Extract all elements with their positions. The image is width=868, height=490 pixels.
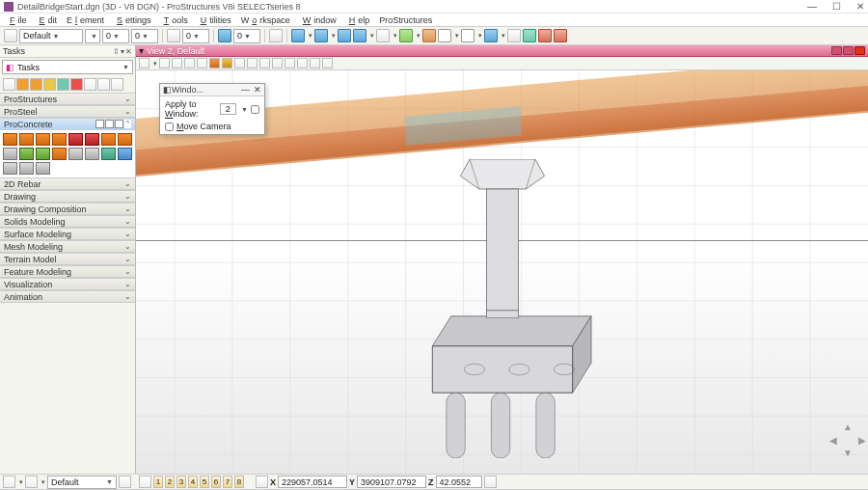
menu-settings[interactable]: Settings <box>111 15 154 25</box>
weight-combo[interactable]: 0▼ <box>182 29 209 43</box>
tool13-icon[interactable] <box>538 29 552 42</box>
section-drawing-composition[interactable]: Drawing Composition⌄ <box>0 203 135 215</box>
pc-tool[interactable] <box>52 148 67 160</box>
popup-min-icon[interactable]: — <box>241 85 250 95</box>
section-surface-modeling[interactable]: Surface Modeling⌄ <box>0 228 135 240</box>
view-max-icon[interactable] <box>843 46 854 55</box>
pc-tool[interactable] <box>118 148 132 160</box>
view-num-5[interactable]: 5 <box>200 476 209 488</box>
section-feature-modeling[interactable]: Feature Modeling⌄ <box>0 265 135 278</box>
bb-icon[interactable] <box>119 476 131 488</box>
pc-tool[interactable] <box>36 148 50 160</box>
vtool-icon[interactable] <box>159 58 170 68</box>
pc-tool[interactable] <box>3 162 17 175</box>
apply-window-combo[interactable]: 2 <box>220 103 236 115</box>
menu-window[interactable]: Window <box>297 15 339 25</box>
tool2-icon[interactable] <box>314 29 328 42</box>
view-num-6[interactable]: 6 <box>211 476 221 488</box>
tool3-icon[interactable] <box>338 29 351 42</box>
vtool-icon[interactable] <box>234 58 245 68</box>
view-nav-cube[interactable]: ▲ ▼ ◀ ▶ <box>833 425 862 464</box>
bb-icon[interactable] <box>484 476 497 488</box>
vtool-icon[interactable] <box>259 58 270 68</box>
task-ic[interactable] <box>43 78 56 91</box>
transparency-icon[interactable] <box>218 29 231 42</box>
menu-edit[interactable]: Edit <box>34 15 61 25</box>
task-ic[interactable] <box>16 78 29 91</box>
pc-tool[interactable] <box>85 148 99 160</box>
vtool-icon[interactable] <box>197 58 207 68</box>
view-num-3[interactable]: 3 <box>176 476 186 488</box>
linestyle-combo[interactable]: 0▼ <box>102 29 129 43</box>
tool-none-icon[interactable] <box>4 29 17 42</box>
pc-tool[interactable] <box>68 133 83 146</box>
section-visualization[interactable]: Visualization⌄ <box>0 278 135 290</box>
task-ic[interactable] <box>3 78 15 91</box>
maximize-button[interactable]: ☐ <box>832 1 841 12</box>
menu-prostructures[interactable]: ProStructures <box>376 15 435 25</box>
task-ic[interactable] <box>30 78 42 91</box>
pc-tool[interactable] <box>19 162 34 175</box>
color-combo[interactable]: ▼ <box>85 29 100 43</box>
lock-icon[interactable] <box>139 476 151 488</box>
vtool-icon[interactable] <box>184 58 195 68</box>
vtool-icon[interactable] <box>297 58 308 68</box>
vtool-icon[interactable] <box>172 58 182 68</box>
attributes-combo[interactable]: Default▼ <box>19 29 83 43</box>
tool11-icon[interactable] <box>507 29 521 42</box>
elem-template-icon[interactable] <box>167 29 180 42</box>
section-2d-rebar[interactable]: 2D Rebar⌄ <box>0 177 135 190</box>
tool1-icon[interactable] <box>291 29 305 42</box>
move-camera-check[interactable] <box>165 122 174 131</box>
menu-file[interactable]: File <box>4 15 30 25</box>
transparency-combo[interactable]: 0▼ <box>233 29 260 43</box>
pc-tool[interactable] <box>19 133 34 146</box>
bb-icon[interactable] <box>3 476 15 488</box>
section-drawing[interactable]: Drawing⌄ <box>0 190 135 203</box>
minimize-button[interactable]: — <box>807 1 817 12</box>
priority-icon[interactable] <box>269 29 283 42</box>
view-mode-icon[interactable] <box>95 120 104 128</box>
bb-icon[interactable] <box>25 476 38 488</box>
tasks-combo[interactable]: ◧Tasks ▼ <box>2 60 133 74</box>
section-solids-modeling[interactable]: Solids Modeling⌄ <box>0 215 135 228</box>
tasks-drop-icon[interactable]: ▾ <box>121 47 124 56</box>
pc-tool[interactable] <box>19 148 34 160</box>
view-titlebar[interactable]: ▾ View 2, Default <box>136 45 868 57</box>
menu-help[interactable]: Help <box>343 15 373 25</box>
pc-tool[interactable] <box>85 133 99 146</box>
view-num-8[interactable]: 8 <box>234 476 244 488</box>
tool5-icon[interactable] <box>376 29 390 42</box>
popup-close-icon[interactable]: ✕ <box>254 85 261 95</box>
tool12-icon[interactable] <box>523 29 536 42</box>
tasks-close-icon[interactable]: ✕ <box>125 47 132 56</box>
y-coord-field[interactable]: 3909107.0792 <box>357 476 426 488</box>
apply-window-check[interactable] <box>251 105 259 114</box>
section-terrain-model[interactable]: Terrain Model⌄ <box>0 253 135 265</box>
menu-utilities[interactable]: Utilities <box>195 15 234 25</box>
view-min-icon[interactable] <box>831 46 842 55</box>
task-ic[interactable] <box>70 78 83 91</box>
view-num-4[interactable]: 4 <box>188 476 198 488</box>
task-ic[interactable] <box>111 78 123 91</box>
task-ic[interactable] <box>97 78 110 91</box>
vtool-icon[interactable] <box>285 58 295 68</box>
close-button[interactable]: ✕ <box>856 1 864 12</box>
tool4-icon[interactable] <box>353 29 366 42</box>
menu-tools[interactable]: Tools <box>158 15 191 25</box>
vtool-icon[interactable] <box>222 58 232 68</box>
section-prosteel[interactable]: ProSteel⌄ <box>0 105 135 118</box>
pc-tool[interactable] <box>52 133 67 146</box>
task-ic[interactable] <box>84 78 96 91</box>
window-area-popup[interactable]: ◧ Windo... — ✕ Apply to Window: 2 ▼ Move… <box>159 83 265 135</box>
accudraw-icon[interactable] <box>256 476 268 488</box>
pc-tool[interactable] <box>36 133 50 146</box>
vtool-icon[interactable] <box>322 58 333 68</box>
pc-tool[interactable] <box>101 133 116 146</box>
tasks-pin-icon[interactable]: ⇳ <box>113 47 120 56</box>
view-num-1[interactable]: 1 <box>153 476 163 488</box>
pc-tool[interactable] <box>101 148 116 160</box>
chevron-down-icon[interactable]: ▼ <box>241 106 248 113</box>
pc-tool[interactable] <box>3 133 17 146</box>
tool9-icon[interactable] <box>461 29 475 42</box>
